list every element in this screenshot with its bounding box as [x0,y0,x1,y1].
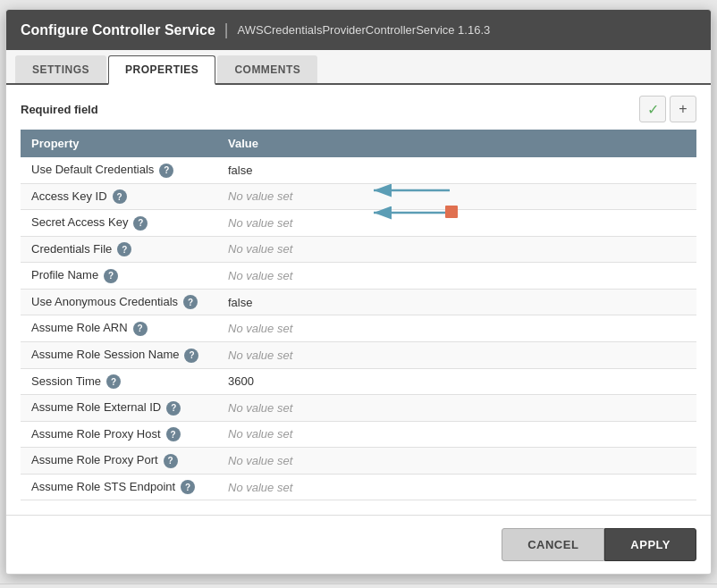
help-icon[interactable]: ? [104,269,118,283]
property-value-cell[interactable]: No value set [217,395,601,422]
verify-button[interactable]: ✓ [639,96,666,122]
property-value-cell[interactable]: No value set [217,474,601,500]
property-action-cell [601,368,696,395]
tab-comments[interactable]: COMMENTS [217,55,317,83]
help-icon[interactable]: ? [184,349,198,363]
table-row[interactable]: Assume Role ARN?No value set [21,315,696,342]
table-row[interactable]: Assume Role Session Name?No value set [21,341,696,368]
property-value-cell[interactable]: No value set [217,421,601,448]
dialog-separator: | [224,21,229,39]
property-name-cell: Profile Name? [21,263,217,290]
table-row[interactable]: Credentials File?No value set [21,236,696,263]
property-value: 3600 [228,374,254,388]
property-value: No value set [228,269,292,282]
table-row[interactable]: Use Default Credentials?false [21,157,696,183]
tab-settings[interactable]: SETTINGS [15,55,106,83]
property-name: Assume Role STS Endpoint [31,480,175,493]
property-name-cell: Assume Role Proxy Port? [21,448,217,475]
property-value-cell[interactable]: No value set [217,236,601,263]
property-name: Profile Name [31,268,98,281]
help-icon[interactable]: ? [117,242,131,256]
property-name: Credentials File [31,242,112,256]
property-action-cell [601,474,696,500]
property-value: No value set [228,401,292,415]
table-row[interactable]: Assume Role Proxy Host?No value set [21,421,696,448]
property-value-cell[interactable]: No value set [217,210,601,237]
property-value: No value set [228,189,292,203]
property-action-cell [601,236,696,263]
help-icon[interactable]: ? [164,454,178,468]
property-action-cell [601,395,696,422]
table-wrapper: Property Value Use Default Credentials?f… [21,130,696,500]
property-action-cell [601,315,696,342]
required-field-label: Required field [21,103,98,116]
help-icon[interactable]: ? [113,189,127,204]
configure-controller-dialog: Configure Controller Service | AWSCreden… [5,9,712,575]
property-name-cell: Assume Role Proxy Host? [21,421,217,448]
help-icon[interactable]: ? [133,322,148,336]
property-value-cell[interactable]: No value set [217,448,601,475]
col-header-property: Property [21,130,217,157]
property-value: No value set [228,216,292,230]
dialog-footer: CANCEL APPLY [6,515,711,574]
property-name: Session Time [31,374,101,388]
table-row[interactable]: Use Anonymous Credentials?false [21,289,696,315]
dialog-subtitle: AWSCredentialsProviderControllerService … [238,23,491,37]
cancel-button[interactable]: CANCEL [502,528,604,561]
add-property-button[interactable]: + [670,96,696,122]
property-value: No value set [228,349,292,362]
property-value: No value set [228,481,292,494]
table-row[interactable]: Session Time?3600 [21,368,696,395]
apply-button[interactable]: APPLY [604,528,696,561]
property-name: Secret Access Key [31,215,128,229]
property-action-cell [601,448,696,475]
property-name-cell: Use Anonymous Credentials? [21,289,217,315]
table-row[interactable]: Assume Role STS Endpoint?No value set [21,474,696,500]
property-value: false [228,296,252,309]
property-action-cell [601,421,696,448]
help-icon[interactable]: ? [166,401,181,416]
help-icon[interactable]: ? [181,480,195,494]
property-value-cell[interactable]: No value set [217,263,601,290]
property-name-cell: Access Key ID? [21,183,217,210]
status-bar: Google Chrome v109.0.5414.119 (Build 541… [0,584,717,588]
property-name-cell: Session Time? [21,368,217,395]
property-name-cell: Use Default Credentials? [21,157,217,183]
help-icon[interactable]: ? [183,295,198,309]
col-header-value: Value [217,130,601,157]
property-value: false [228,164,252,177]
property-value-cell[interactable]: false [217,157,601,183]
plus-icon: + [679,101,687,117]
table-row[interactable]: Profile Name?No value set [21,263,696,290]
content-area: Required field ✓ + Property Value [6,85,711,511]
help-icon[interactable]: ? [166,427,181,441]
property-name: Assume Role Session Name [31,348,179,361]
table-row[interactable]: Assume Role Proxy Port?No value set [21,448,696,475]
property-value-cell[interactable]: No value set [217,315,601,342]
property-name: Use Default Credentials [31,163,154,176]
help-icon[interactable]: ? [106,374,121,389]
property-value-cell[interactable]: false [217,289,601,315]
property-value-cell[interactable]: No value set [217,183,601,210]
property-name: Access Key ID [31,189,107,203]
property-name-cell: Assume Role Session Name? [21,341,217,368]
property-name-cell: Assume Role STS Endpoint? [21,474,217,500]
help-icon[interactable]: ? [133,216,148,231]
property-value: No value set [228,427,292,441]
tab-properties[interactable]: PROPERTIES [108,55,215,85]
table-row[interactable]: Assume Role External ID?No value set [21,395,696,422]
property-action-cell [601,157,696,183]
property-action-cell [601,263,696,290]
property-name-cell: Assume Role External ID? [21,395,217,422]
property-action-cell [601,289,696,315]
properties-table: Property Value Use Default Credentials?f… [21,130,696,500]
table-row[interactable]: Secret Access Key?No value set [21,210,696,237]
property-value: No value set [228,242,292,256]
table-row[interactable]: Access Key ID?No value set [21,183,696,210]
required-field-bar: Required field ✓ + [21,96,696,122]
property-value-cell[interactable]: 3600 [217,368,601,395]
property-value-cell[interactable]: No value set [217,341,601,368]
property-value: No value set [228,322,292,335]
help-icon[interactable]: ? [159,164,173,178]
property-name-cell: Assume Role ARN? [21,315,217,342]
